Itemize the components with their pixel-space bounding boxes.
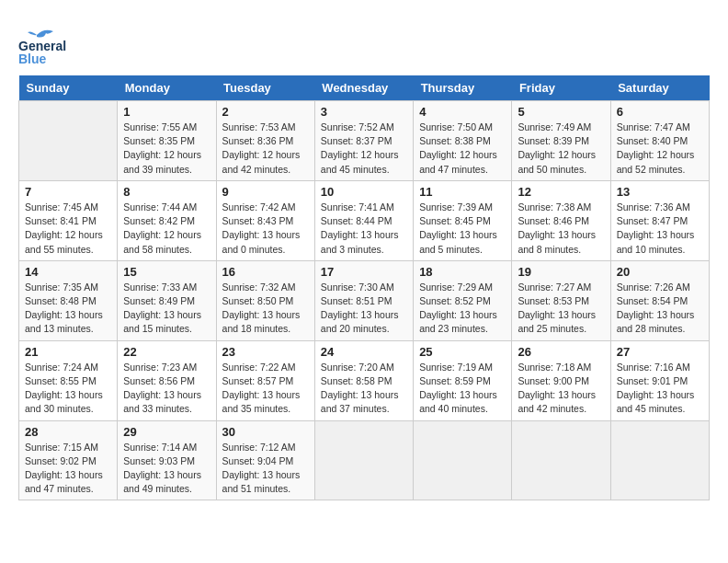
calendar-week-row: 7Sunrise: 7:45 AM Sunset: 8:41 PM Daylig… xyxy=(19,180,710,260)
day-info: Sunrise: 7:19 AM Sunset: 8:59 PM Dayligh… xyxy=(419,361,506,417)
weekday-header-row: SundayMondayTuesdayWednesdayThursdayFrid… xyxy=(19,75,710,101)
day-number: 13 xyxy=(617,185,703,199)
calendar-week-row: 28Sunrise: 7:15 AM Sunset: 9:02 PM Dayli… xyxy=(19,420,710,500)
logo-text-blue: Blue xyxy=(18,52,46,67)
calendar-cell: 10Sunrise: 7:41 AM Sunset: 8:44 PM Dayli… xyxy=(314,180,413,260)
day-info: Sunrise: 7:22 AM Sunset: 8:57 PM Dayligh… xyxy=(222,361,309,417)
day-number: 5 xyxy=(518,105,604,119)
calendar-cell: 6Sunrise: 7:47 AM Sunset: 8:40 PM Daylig… xyxy=(610,101,709,181)
day-number: 14 xyxy=(25,265,111,279)
day-number: 8 xyxy=(123,185,210,199)
day-info: Sunrise: 7:49 AM Sunset: 8:39 PM Dayligh… xyxy=(518,121,604,177)
day-number: 23 xyxy=(222,345,309,359)
day-number: 21 xyxy=(25,345,111,359)
day-number: 28 xyxy=(25,425,111,439)
calendar-cell: 17Sunrise: 7:30 AM Sunset: 8:51 PM Dayli… xyxy=(314,260,413,340)
calendar-week-row: 1Sunrise: 7:55 AM Sunset: 8:35 PM Daylig… xyxy=(19,101,710,181)
day-info: Sunrise: 7:41 AM Sunset: 8:44 PM Dayligh… xyxy=(321,201,407,257)
day-number: 16 xyxy=(222,265,309,279)
day-info: Sunrise: 7:39 AM Sunset: 8:45 PM Dayligh… xyxy=(419,201,506,257)
day-info: Sunrise: 7:50 AM Sunset: 8:38 PM Dayligh… xyxy=(419,121,506,177)
day-info: Sunrise: 7:45 AM Sunset: 8:41 PM Dayligh… xyxy=(25,201,111,257)
calendar-cell: 22Sunrise: 7:23 AM Sunset: 8:56 PM Dayli… xyxy=(118,340,216,420)
day-info: Sunrise: 7:42 AM Sunset: 8:43 PM Dayligh… xyxy=(222,201,309,257)
day-info: Sunrise: 7:36 AM Sunset: 8:47 PM Dayligh… xyxy=(617,201,703,257)
calendar-cell: 4Sunrise: 7:50 AM Sunset: 8:38 PM Daylig… xyxy=(414,101,512,181)
page-header: General Blue xyxy=(18,18,710,66)
day-info: Sunrise: 7:16 AM Sunset: 9:01 PM Dayligh… xyxy=(617,361,703,417)
day-info: Sunrise: 7:12 AM Sunset: 9:04 PM Dayligh… xyxy=(222,441,309,497)
weekday-header-friday: Friday xyxy=(512,75,610,101)
day-info: Sunrise: 7:29 AM Sunset: 8:52 PM Dayligh… xyxy=(419,281,506,337)
day-number: 22 xyxy=(123,345,210,359)
calendar-cell xyxy=(414,420,512,500)
day-info: Sunrise: 7:27 AM Sunset: 8:53 PM Dayligh… xyxy=(518,281,604,337)
day-number: 24 xyxy=(321,345,407,359)
calendar-cell: 9Sunrise: 7:42 AM Sunset: 8:43 PM Daylig… xyxy=(216,180,314,260)
calendar-cell: 15Sunrise: 7:33 AM Sunset: 8:49 PM Dayli… xyxy=(118,260,216,340)
calendar-cell: 19Sunrise: 7:27 AM Sunset: 8:53 PM Dayli… xyxy=(512,260,610,340)
day-number: 20 xyxy=(617,265,703,279)
day-info: Sunrise: 7:26 AM Sunset: 8:54 PM Dayligh… xyxy=(617,281,703,337)
day-number: 29 xyxy=(123,425,210,439)
weekday-header-tuesday: Tuesday xyxy=(216,75,314,101)
calendar-cell: 11Sunrise: 7:39 AM Sunset: 8:45 PM Dayli… xyxy=(414,180,512,260)
calendar-cell: 25Sunrise: 7:19 AM Sunset: 8:59 PM Dayli… xyxy=(414,340,512,420)
weekday-header-wednesday: Wednesday xyxy=(314,75,413,101)
day-number: 26 xyxy=(518,345,604,359)
day-info: Sunrise: 7:15 AM Sunset: 9:02 PM Dayligh… xyxy=(25,441,111,497)
day-number: 30 xyxy=(222,425,309,439)
logo: General Blue xyxy=(18,18,66,66)
calendar-cell: 27Sunrise: 7:16 AM Sunset: 9:01 PM Dayli… xyxy=(610,340,709,420)
logo-graphic: General Blue xyxy=(18,18,66,66)
calendar-week-row: 21Sunrise: 7:24 AM Sunset: 8:55 PM Dayli… xyxy=(19,340,710,420)
day-info: Sunrise: 7:14 AM Sunset: 9:03 PM Dayligh… xyxy=(123,441,210,497)
calendar-cell xyxy=(512,420,610,500)
calendar-week-row: 14Sunrise: 7:35 AM Sunset: 8:48 PM Dayli… xyxy=(19,260,710,340)
day-number: 7 xyxy=(25,185,111,199)
day-number: 1 xyxy=(123,105,210,119)
day-info: Sunrise: 7:44 AM Sunset: 8:42 PM Dayligh… xyxy=(123,201,210,257)
calendar-cell: 20Sunrise: 7:26 AM Sunset: 8:54 PM Dayli… xyxy=(610,260,709,340)
day-number: 10 xyxy=(321,185,407,199)
calendar-cell xyxy=(610,420,709,500)
weekday-header-thursday: Thursday xyxy=(414,75,512,101)
calendar-table: SundayMondayTuesdayWednesdayThursdayFrid… xyxy=(18,75,710,500)
calendar-cell: 24Sunrise: 7:20 AM Sunset: 8:58 PM Dayli… xyxy=(314,340,413,420)
calendar-cell: 13Sunrise: 7:36 AM Sunset: 8:47 PM Dayli… xyxy=(610,180,709,260)
calendar-cell: 28Sunrise: 7:15 AM Sunset: 9:02 PM Dayli… xyxy=(19,420,118,500)
day-number: 4 xyxy=(419,105,506,119)
day-number: 15 xyxy=(123,265,210,279)
day-info: Sunrise: 7:47 AM Sunset: 8:40 PM Dayligh… xyxy=(617,121,703,177)
day-number: 18 xyxy=(419,265,506,279)
day-info: Sunrise: 7:18 AM Sunset: 9:00 PM Dayligh… xyxy=(518,361,604,417)
day-number: 2 xyxy=(222,105,309,119)
day-number: 27 xyxy=(617,345,703,359)
calendar-cell: 2Sunrise: 7:53 AM Sunset: 8:36 PM Daylig… xyxy=(216,101,314,181)
day-number: 11 xyxy=(419,185,506,199)
day-info: Sunrise: 7:38 AM Sunset: 8:46 PM Dayligh… xyxy=(518,201,604,257)
weekday-header-sunday: Sunday xyxy=(19,75,118,101)
calendar-cell xyxy=(19,101,118,181)
day-number: 3 xyxy=(321,105,407,119)
day-number: 9 xyxy=(222,185,309,199)
calendar-cell: 1Sunrise: 7:55 AM Sunset: 8:35 PM Daylig… xyxy=(118,101,216,181)
day-number: 6 xyxy=(617,105,703,119)
day-info: Sunrise: 7:33 AM Sunset: 8:49 PM Dayligh… xyxy=(123,281,210,337)
day-info: Sunrise: 7:24 AM Sunset: 8:55 PM Dayligh… xyxy=(25,361,111,417)
day-info: Sunrise: 7:23 AM Sunset: 8:56 PM Dayligh… xyxy=(123,361,210,417)
calendar-cell: 18Sunrise: 7:29 AM Sunset: 8:52 PM Dayli… xyxy=(414,260,512,340)
weekday-header-monday: Monday xyxy=(118,75,216,101)
calendar-cell: 7Sunrise: 7:45 AM Sunset: 8:41 PM Daylig… xyxy=(19,180,118,260)
calendar-cell: 21Sunrise: 7:24 AM Sunset: 8:55 PM Dayli… xyxy=(19,340,118,420)
calendar-body: 1Sunrise: 7:55 AM Sunset: 8:35 PM Daylig… xyxy=(19,101,710,500)
day-info: Sunrise: 7:55 AM Sunset: 8:35 PM Dayligh… xyxy=(123,121,210,177)
day-info: Sunrise: 7:35 AM Sunset: 8:48 PM Dayligh… xyxy=(25,281,111,337)
weekday-header-saturday: Saturday xyxy=(610,75,709,101)
calendar-cell: 30Sunrise: 7:12 AM Sunset: 9:04 PM Dayli… xyxy=(216,420,314,500)
day-info: Sunrise: 7:52 AM Sunset: 8:37 PM Dayligh… xyxy=(321,121,407,177)
day-number: 12 xyxy=(518,185,604,199)
calendar-cell: 26Sunrise: 7:18 AM Sunset: 9:00 PM Dayli… xyxy=(512,340,610,420)
calendar-cell: 12Sunrise: 7:38 AM Sunset: 8:46 PM Dayli… xyxy=(512,180,610,260)
day-number: 19 xyxy=(518,265,604,279)
